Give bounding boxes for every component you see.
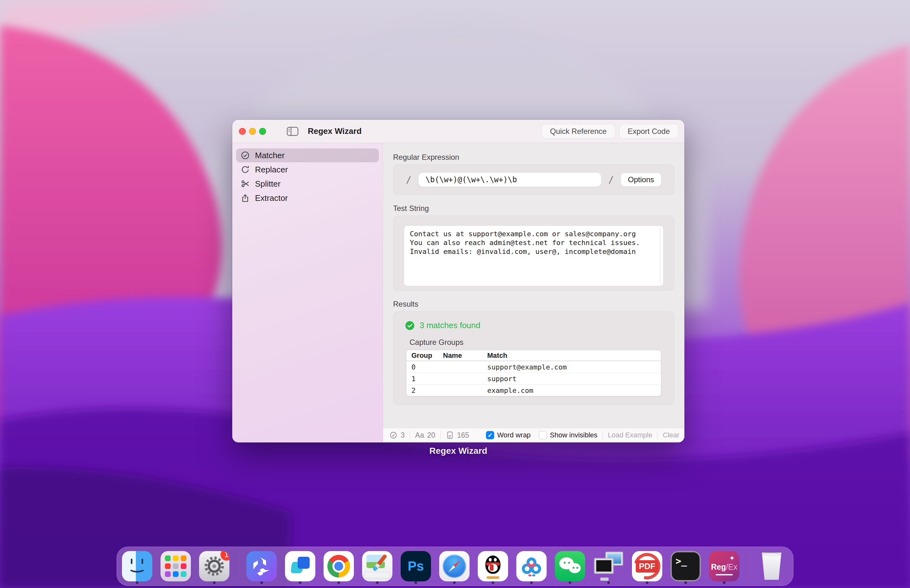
results-panel: 3 matches found Capture Groups Group Nam… bbox=[393, 311, 674, 405]
show-invisibles-label: Show invisibles bbox=[550, 431, 597, 439]
running-indicator bbox=[337, 582, 340, 584]
zoom-button[interactable] bbox=[259, 128, 266, 135]
sidebar-item-extractor[interactable]: Extractor bbox=[236, 191, 379, 205]
export-code-button[interactable]: Export Code bbox=[619, 124, 678, 139]
pdf-expert-icon: PDF bbox=[632, 551, 662, 582]
photoshop-label: Ps bbox=[408, 559, 424, 574]
terminal-icon: >_ bbox=[670, 551, 701, 582]
quick-reference-button[interactable]: Quick Reference bbox=[542, 124, 615, 139]
dock: 1 bbox=[117, 547, 793, 586]
regex-icon-slash: / bbox=[726, 562, 728, 571]
clear-button[interactable]: Clear bbox=[662, 431, 679, 439]
results-section-label: Results bbox=[393, 299, 674, 309]
trash-icon bbox=[756, 551, 787, 582]
regex-section-label: Regular Expression bbox=[393, 152, 674, 162]
regex-pattern-input[interactable] bbox=[418, 173, 602, 187]
dock-item-paint-app[interactable] bbox=[362, 549, 392, 583]
check-circle-icon bbox=[240, 151, 250, 160]
sidebar-item-label: Matcher bbox=[255, 151, 285, 160]
dock-item-baidu-netdisk[interactable] bbox=[516, 549, 547, 583]
options-button[interactable]: Options bbox=[620, 173, 661, 187]
cell-match: support bbox=[487, 375, 661, 383]
close-button[interactable] bbox=[239, 128, 246, 135]
safari-icon bbox=[439, 551, 470, 582]
test-line: Invalid emails: @invalid.com, user@, inc… bbox=[410, 247, 657, 256]
col-header-match: Match bbox=[487, 352, 661, 360]
table-row: 2 example.com bbox=[406, 384, 661, 396]
running-indicator bbox=[684, 582, 687, 584]
refresh-icon bbox=[240, 165, 250, 174]
dock-item-system-settings[interactable]: 1 bbox=[199, 549, 229, 583]
dock-item-hexagon-app[interactable] bbox=[246, 549, 277, 583]
share-icon bbox=[240, 193, 250, 203]
running-indicator bbox=[136, 582, 138, 584]
running-indicator bbox=[569, 582, 571, 584]
window-title: Regex Wizard bbox=[308, 126, 361, 136]
test-section-label: Test String bbox=[393, 204, 674, 213]
word-wrap-checkbox[interactable] bbox=[486, 431, 494, 439]
font-size-icon: Aa bbox=[415, 431, 424, 439]
titlebar[interactable]: Regex Wizard Quick Reference Export Code bbox=[232, 120, 684, 143]
dock-item-trash[interactable] bbox=[756, 549, 787, 583]
dock-item-launchpad[interactable] bbox=[160, 549, 191, 583]
show-invisibles-checkbox[interactable] bbox=[539, 431, 547, 439]
window-caption: Regex Wizard bbox=[232, 446, 684, 456]
running-indicator bbox=[376, 582, 379, 584]
load-example-button[interactable]: Load Example bbox=[608, 431, 653, 439]
capture-groups-label: Capture Groups bbox=[410, 338, 661, 347]
dock-item-safari[interactable] bbox=[439, 549, 470, 583]
match-count-icon bbox=[389, 431, 397, 439]
remote-desktop-icon bbox=[593, 551, 624, 582]
sidebar-item-splitter[interactable]: Splitter bbox=[236, 177, 379, 191]
docs-app-icon bbox=[285, 551, 315, 582]
dock-divider bbox=[238, 552, 238, 580]
pdf-label: PDF bbox=[636, 560, 659, 572]
dock-item-finder[interactable] bbox=[122, 549, 152, 583]
regex-panel: / / Options bbox=[393, 165, 674, 195]
minimize-button[interactable] bbox=[249, 128, 256, 135]
textarea-scrollbar[interactable] bbox=[660, 228, 661, 284]
terminal-prompt: >_ bbox=[675, 556, 687, 580]
cell-group: 0 bbox=[411, 363, 443, 371]
sidebar-item-label: Extractor bbox=[255, 193, 288, 203]
finder-icon bbox=[122, 551, 152, 582]
regex-icon-reg: Reg bbox=[711, 562, 726, 571]
dock-divider bbox=[748, 552, 748, 580]
test-panel: Contact us at support@example.com or sal… bbox=[393, 216, 674, 291]
dock-item-regex-wizard[interactable]: ✦ Reg/Ex bbox=[709, 549, 739, 583]
status-font-size: 20 bbox=[427, 431, 436, 439]
dock-item-photoshop[interactable]: Ps bbox=[401, 549, 431, 583]
cell-match: support@example.com bbox=[487, 363, 661, 371]
status-bar: 3 Aa 20 165 bbox=[383, 428, 684, 442]
sidebar-item-replacer[interactable]: Replacer bbox=[236, 163, 379, 176]
status-char-count: 165 bbox=[457, 431, 469, 439]
sparkle-icon: ✦ bbox=[729, 554, 735, 562]
baidu-netdisk-icon bbox=[516, 551, 547, 582]
test-string-textarea[interactable]: Contact us at support@example.com or sal… bbox=[404, 226, 664, 286]
sidebar-item-label: Replacer bbox=[255, 165, 288, 174]
regex-close-delimiter: / bbox=[608, 174, 614, 185]
dock-item-pdf-expert[interactable]: PDF bbox=[632, 549, 662, 583]
dock-item-docs-app[interactable] bbox=[285, 549, 315, 583]
dock-item-remote-desktop[interactable] bbox=[593, 549, 624, 583]
table-header-row: Group Name Match bbox=[406, 350, 661, 361]
dock-item-wechat[interactable] bbox=[555, 549, 585, 583]
dock-item-chrome[interactable] bbox=[324, 549, 354, 583]
content-area: Regular Expression / / Options Test Stri… bbox=[383, 143, 684, 442]
match-count-status: 3 matches found bbox=[419, 320, 480, 330]
regex-icon-ex: Ex bbox=[728, 562, 737, 571]
running-indicator bbox=[453, 582, 456, 584]
sidebar: Matcher Replacer Splitte bbox=[232, 143, 383, 442]
regex-wizard-icon: ✦ Reg/Ex bbox=[709, 551, 739, 582]
sidebar-toggle-icon[interactable] bbox=[286, 126, 299, 137]
test-line: You can also reach admin@test.net for te… bbox=[410, 238, 657, 247]
running-indicator bbox=[261, 582, 263, 584]
dock-item-terminal[interactable]: >_ bbox=[670, 549, 701, 583]
sidebar-item-matcher[interactable]: Matcher bbox=[236, 149, 379, 162]
dock-item-qq[interactable] bbox=[478, 549, 508, 583]
cell-group: 2 bbox=[411, 386, 443, 394]
qq-icon bbox=[478, 551, 508, 582]
gear-icon: 1 bbox=[199, 551, 229, 582]
table-row: 0 support@example.com bbox=[406, 361, 661, 373]
running-indicator bbox=[492, 582, 494, 584]
